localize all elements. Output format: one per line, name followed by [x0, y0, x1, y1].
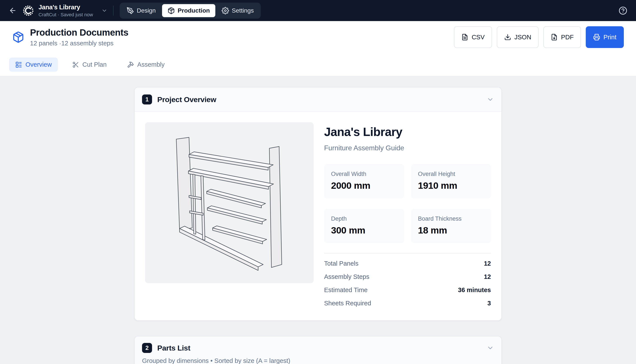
document-header: Production Documents 12 panels ·12 assem…	[0, 21, 636, 54]
gear-icon	[222, 7, 229, 14]
section-nav: Overview Cut Plan Assembly	[0, 54, 636, 76]
page-title: Production Documents	[30, 27, 128, 38]
spec-value: 300 mm	[331, 225, 397, 236]
spec-value: 18 mm	[418, 225, 484, 236]
parts-list-subtitle: Grouped by dimensions • Sorted by size (…	[142, 357, 494, 364]
tab-assembly-label: Assembly	[137, 61, 165, 68]
hammer-icon	[127, 61, 134, 68]
export-pdf-label: PDF	[561, 34, 574, 41]
help-button[interactable]	[618, 6, 627, 15]
tab-settings[interactable]: Settings	[216, 4, 259, 17]
export-json-label: JSON	[514, 34, 531, 41]
export-pdf-button[interactable]: PDF	[543, 26, 581, 48]
stat-value: 36 minutes	[458, 286, 491, 294]
project-guide-subtitle: Furniture Assembly Guide	[324, 144, 491, 152]
section-number-badge: 1	[142, 94, 152, 104]
project-name: Jana's Library	[324, 125, 491, 139]
project-overview-card: 1 Project Overview	[134, 87, 502, 321]
printer-icon	[593, 34, 600, 40]
download-icon	[504, 34, 511, 40]
summary-stats: Total Panels 12 Assembly Steps 12 Estima…	[324, 257, 491, 310]
tab-assembly[interactable]: Assembly	[121, 58, 171, 72]
section-title: Project Overview	[157, 95, 216, 104]
stat-label: Assembly Steps	[324, 273, 369, 280]
file-text-icon	[461, 34, 468, 40]
parts-list-header[interactable]: 2 Parts List Grouped by dimensions • Sor…	[135, 336, 501, 364]
layout-list-icon	[15, 61, 22, 68]
spec-grid: Overall Width 2000 mm Overall Height 191…	[324, 164, 491, 243]
spec-value: 2000 mm	[331, 180, 397, 191]
parts-list-card: 2 Parts List Grouped by dimensions • Sor…	[134, 336, 502, 364]
stat-value: 3	[487, 300, 491, 307]
package-icon	[12, 31, 24, 43]
stat-estimated-time: Estimated Time 36 minutes	[324, 284, 491, 297]
export-buttons: CSV JSON PDF Print	[454, 26, 624, 48]
stat-total-panels: Total Panels 12	[324, 257, 491, 270]
tab-design-label: Design	[137, 7, 156, 14]
tab-cut-plan-label: Cut Plan	[82, 61, 107, 68]
spec-board-thickness: Board Thickness 18 mm	[411, 209, 491, 243]
spec-label: Overall Width	[331, 171, 397, 178]
page-subtitle: 12 panels ·12 assembly steps	[30, 40, 128, 47]
export-csv-label: CSV	[472, 34, 485, 41]
spec-label: Overall Height	[418, 171, 484, 178]
topbar: Jana's Library CraftCut · Saved just now…	[0, 0, 636, 21]
help-circle-icon	[618, 6, 627, 15]
stat-label: Total Panels	[324, 260, 358, 267]
tab-overview[interactable]: Overview	[9, 58, 58, 72]
spec-label: Board Thickness	[418, 216, 484, 222]
chevron-down-icon[interactable]	[101, 8, 107, 14]
chevron-down-icon[interactable]	[487, 344, 494, 352]
scissors-icon	[72, 61, 79, 68]
export-csv-button[interactable]: CSV	[454, 26, 492, 48]
tab-settings-label: Settings	[232, 7, 254, 14]
stat-value: 12	[484, 260, 491, 267]
tab-cut-plan[interactable]: Cut Plan	[66, 58, 113, 72]
pen-tool-icon	[127, 7, 134, 14]
project-title: Jana's Library	[39, 4, 93, 11]
stat-label: Sheets Required	[324, 300, 371, 307]
app-status-text: CraftCut · Saved just now	[39, 12, 93, 18]
section-number-badge: 2	[142, 343, 152, 353]
tab-design[interactable]: Design	[121, 4, 161, 17]
print-button[interactable]: Print	[586, 26, 624, 48]
tab-production[interactable]: Production	[162, 4, 215, 17]
stat-sheets-required: Sheets Required 3	[324, 297, 491, 310]
stat-value: 12	[484, 273, 491, 280]
spec-overall-width: Overall Width 2000 mm	[324, 164, 404, 198]
arrow-left-icon	[9, 6, 17, 14]
tab-overview-label: Overview	[26, 61, 52, 68]
divider	[324, 253, 491, 254]
export-json-button[interactable]: JSON	[497, 26, 539, 48]
bookshelf-illustration	[172, 132, 287, 274]
package-icon	[167, 7, 175, 14]
print-label: Print	[603, 34, 616, 41]
furniture-3d-preview	[145, 122, 314, 283]
spec-overall-height: Overall Height 1910 mm	[411, 164, 491, 198]
stat-assembly-steps: Assembly Steps 12	[324, 270, 491, 284]
topbar-divider	[113, 6, 114, 16]
spec-depth: Depth 300 mm	[324, 209, 404, 243]
spec-label: Depth	[331, 216, 397, 222]
file-down-icon	[551, 34, 558, 40]
project-switcher[interactable]: Jana's Library CraftCut · Saved just now	[23, 4, 107, 18]
stat-label: Estimated Time	[324, 286, 368, 294]
main-content: 1 Project Overview	[0, 76, 636, 364]
craftcut-logo-icon	[23, 5, 34, 16]
back-button[interactable]	[9, 6, 17, 14]
chevron-down-icon[interactable]	[487, 96, 494, 103]
project-overview-header[interactable]: 1 Project Overview	[135, 88, 501, 112]
spec-value: 1910 mm	[418, 180, 484, 191]
tab-production-label: Production	[178, 7, 210, 14]
section-title: Parts List	[157, 344, 190, 352]
mode-tab-group: Design Production Settings	[120, 2, 261, 19]
